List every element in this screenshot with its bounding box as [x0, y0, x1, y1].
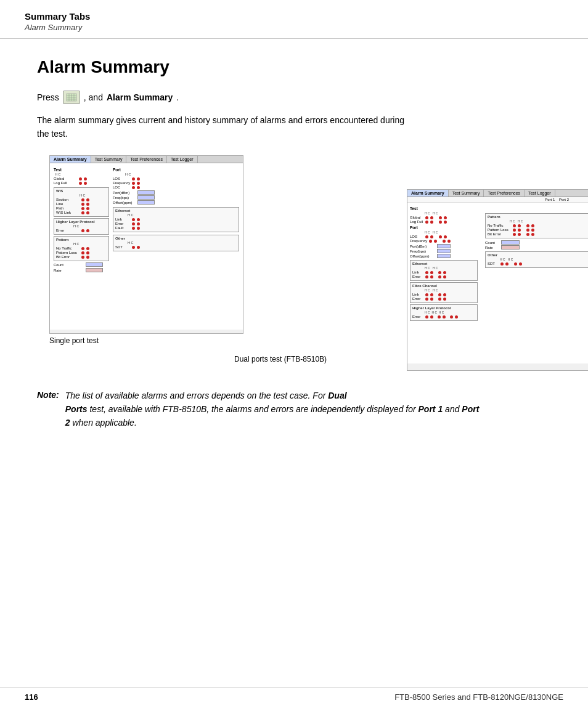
main-content: Alarm Summary Press , and Alarm Summary …	[0, 39, 588, 454]
description-text: The alarm summary gives current and hist…	[37, 114, 407, 140]
single-right-col: Port H C LOS Frequency	[113, 166, 239, 273]
dual-port-header: Port 1 Port 2 Port 1 Port 2	[407, 197, 588, 203]
note-text: The list of available alarms and errors …	[65, 389, 481, 429]
ethernet-box: Ethernet H C Link Error	[113, 207, 239, 232]
fibre-channel-box: Fibre Channel H C H C Link	[410, 282, 478, 303]
note-part2: test, available with FTB-8510B, the alar…	[89, 404, 418, 414]
section-subtitle: Alarm Summary	[25, 23, 563, 32]
page-title: Alarm Summary	[37, 57, 551, 77]
dual-ui-tabs: Alarm Summary Test Summary Test Preferen…	[407, 190, 588, 197]
note-label: Note:	[37, 389, 59, 429]
tab-test-logger: Test Logger	[167, 156, 198, 163]
section-title: Summary Tabs	[25, 11, 563, 22]
product-name: FTB-8500 Series and FTB-8120NGE/8130NGE	[394, 692, 563, 702]
page-footer: 116 FTB-8500 Series and FTB-8120NGE/8130…	[0, 687, 588, 702]
dual-pattern-box: Pattern H C H C No Traffic	[485, 213, 588, 238]
dual-port-screenshot: Alarm Summary Test Summary Test Preferen…	[407, 189, 588, 371]
port-fields: Port(dBm) Freq(bps) Offset(ppm)	[113, 190, 239, 205]
pattern-box: Pattern H C No Traffic Pattern Loss	[54, 236, 109, 261]
test-section-label: Test	[54, 168, 109, 172]
press-text-after: , and	[84, 92, 103, 102]
press-period: .	[176, 92, 179, 102]
dual-left-col: Test H C H C Global Lo	[410, 205, 478, 322]
tab-alarm-summary: Alarm Summary	[50, 156, 91, 163]
single-port-caption: Single port test	[49, 336, 99, 345]
count-rate: Count Rate	[54, 262, 109, 273]
summary-button-icon	[63, 91, 80, 104]
dual-hlp-box: Higher Layer Protocol H C H C H C Error	[410, 304, 478, 321]
dual-port-wrapper: Alarm Summary Test Summary Test Preferen…	[234, 171, 456, 363]
press-bold-label: Alarm Summary	[107, 92, 173, 102]
note-part1: The list of available alarms and errors …	[65, 391, 326, 400]
dual-ui-body: Test H C H C Global Lo	[407, 203, 588, 363]
single-columns: Test H C Global Log Full	[54, 166, 239, 273]
single-ui-body: Test H C Global Log Full	[50, 163, 243, 330]
dual-tab-test-summary: Test Summary	[449, 190, 484, 197]
tab-test-summary: Test Summary	[91, 156, 127, 163]
dual-right-col: Pattern H C H C No Traffic	[485, 205, 588, 322]
other-box-single: Other H C SDT	[113, 235, 239, 251]
note-section: Note: The list of available alarms and e…	[37, 389, 481, 429]
dual-tab-test-logger: Test Logger	[525, 190, 555, 197]
press-text-before: Press	[37, 92, 59, 102]
single-port-screenshot: Alarm Summary Test Summary Test Preferen…	[49, 155, 243, 334]
dual-ethernet-box: Ethernet H C H C Link	[410, 260, 478, 281]
note-bold2: Port 1	[419, 404, 443, 414]
press-line: Press , and Alarm Summary .	[37, 91, 551, 104]
single-left-col: Test H C Global Log Full	[54, 166, 109, 273]
dual-tab-alarm-summary: Alarm Summary	[407, 190, 449, 197]
page-number: 116	[25, 692, 38, 702]
dual-count-rate: Count Rate	[485, 240, 588, 249]
dual-other-box: Other H C H C SDT	[485, 251, 588, 268]
dual-port-fields: Port(dBm) Freq(bps) Offset(ppm)	[410, 244, 478, 258]
single-port-wrapper: Alarm Summary Test Summary Test Preferen…	[49, 155, 243, 345]
logfull-row: Log Full	[54, 181, 109, 185]
hlp-box: Higher Layer Protocol H C Error	[54, 218, 109, 235]
wis-box: WIS H C Section Line	[54, 187, 109, 217]
global-row: Global	[54, 177, 109, 181]
note-part3: and	[445, 404, 462, 414]
single-ui-tabs: Alarm Summary Test Summary Test Preferen…	[50, 156, 243, 163]
dual-port-caption: Dual ports test (FTB-8510B)	[234, 355, 327, 363]
dual-tab-test-preferences: Test Preferences	[484, 190, 525, 197]
page-header: Summary Tabs Alarm Summary	[0, 0, 588, 39]
note-part4: when applicable.	[72, 418, 136, 428]
tab-test-preferences: Test Preferences	[126, 156, 167, 163]
screenshots-row: Alarm Summary Test Summary Test Preferen…	[49, 155, 551, 365]
